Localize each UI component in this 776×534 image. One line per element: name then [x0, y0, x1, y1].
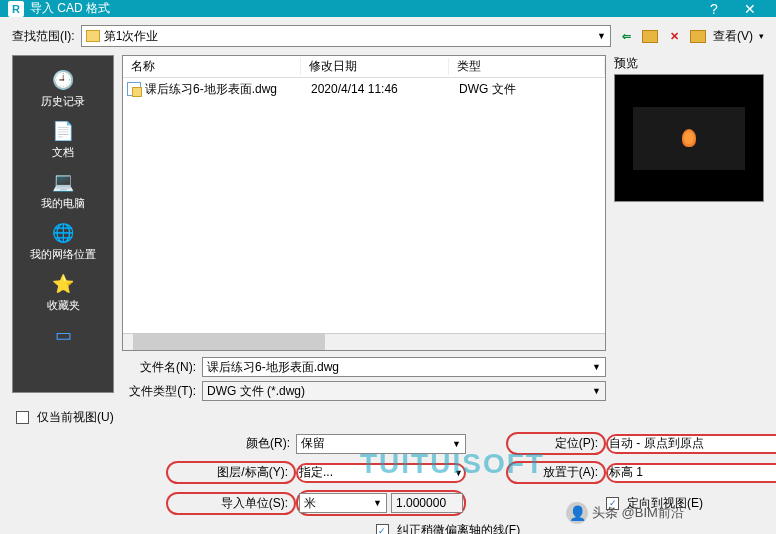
layer-select[interactable]: 指定...▼ [296, 463, 466, 483]
filetype-label: 文件类型(T): [122, 383, 196, 400]
delete-button[interactable]: ✕ [665, 27, 683, 45]
chevron-down-icon: ▼ [592, 386, 601, 396]
places-sidebar: 🕘历史记录 📄文档 💻我的电脑 🌐我的网络位置 ⭐收藏夹 ▭ [12, 55, 114, 393]
file-row[interactable]: 课后练习6-地形表面.dwg 2020/4/14 11:46 DWG 文件 [123, 78, 605, 100]
correct-checkbox[interactable]: ✓ [376, 524, 389, 534]
chevron-down-icon: ▼ [592, 362, 601, 372]
only-current-view-checkbox[interactable] [16, 411, 29, 424]
sidebar-favorites[interactable]: ⭐收藏夹 [13, 268, 113, 317]
history-icon: 🕘 [49, 68, 77, 92]
view-menu[interactable]: 查看(V) [713, 28, 753, 45]
col-date[interactable]: 修改日期 [301, 58, 449, 75]
sidebar-network[interactable]: 🌐我的网络位置 [13, 217, 113, 266]
file-name-cell: 课后练习6-地形表面.dwg [145, 81, 303, 98]
unit-factor: 1.000000 [391, 493, 463, 513]
preview-pane [614, 74, 764, 202]
color-select[interactable]: 保留▼ [296, 434, 466, 454]
col-type[interactable]: 类型 [449, 58, 605, 75]
lookin-label: 查找范围(I): [12, 28, 75, 45]
lookin-value: 第1次作业 [104, 28, 159, 45]
star-icon: ⭐ [49, 272, 77, 296]
sidebar-extra[interactable]: ▭ [13, 319, 113, 353]
placeat-select[interactable]: 标高 1▼ [606, 463, 776, 483]
placement-label: 定位(P): [506, 432, 606, 455]
computer-icon: 💻 [49, 170, 77, 194]
orient-label: 定向到视图(E) [627, 495, 703, 512]
lookin-bar: 查找范围(I): 第1次作业 ▼ ⇐ ✕ 查看(V) ▾ [0, 17, 776, 55]
monitor-icon: ▭ [49, 323, 77, 347]
placeat-label: 放置于(A): [506, 461, 606, 484]
new-folder-button[interactable] [689, 27, 707, 45]
unit-select[interactable]: 米▼ [299, 493, 387, 513]
unit-label: 导入单位(S): [166, 492, 296, 515]
app-icon: R [8, 1, 24, 17]
view-dropdown-icon[interactable]: ▾ [759, 31, 764, 41]
back-button[interactable]: ⇐ [617, 27, 635, 45]
file-list-header: 名称 修改日期 类型 [123, 56, 605, 78]
file-type-cell: DWG 文件 [451, 81, 605, 98]
color-label: 颜色(R): [166, 435, 296, 452]
preview-thumbnail [682, 129, 696, 147]
close-button[interactable]: ✕ [732, 1, 768, 17]
preview-label: 预览 [614, 55, 764, 72]
dwg-file-icon [127, 82, 141, 96]
placement-select[interactable]: 自动 - 原点到原点▼ [606, 434, 776, 454]
lookin-combo[interactable]: 第1次作业 ▼ [81, 25, 611, 47]
filename-combo[interactable]: 课后练习6-地形表面.dwg▼ [202, 357, 606, 377]
file-list: 名称 修改日期 类型 课后练习6-地形表面.dwg 2020/4/14 11:4… [122, 55, 606, 351]
sidebar-history[interactable]: 🕘历史记录 [13, 64, 113, 113]
file-date-cell: 2020/4/14 11:46 [303, 82, 451, 96]
horizontal-scrollbar[interactable] [123, 333, 605, 350]
correct-label: 纠正稍微偏离轴的线(F) [397, 522, 520, 534]
col-name[interactable]: 名称 [123, 58, 301, 75]
document-icon: 📄 [49, 119, 77, 143]
sidebar-mypc[interactable]: 💻我的电脑 [13, 166, 113, 215]
folder-icon [86, 30, 100, 42]
window-title: 导入 CAD 格式 [30, 0, 696, 17]
only-current-view-label: 仅当前视图(U) [37, 409, 114, 426]
help-button[interactable]: ? [696, 1, 732, 17]
orient-checkbox[interactable]: ✓ [606, 497, 619, 510]
up-folder-button[interactable] [641, 27, 659, 45]
titlebar: R 导入 CAD 格式 ? ✕ [0, 0, 776, 17]
layer-label: 图层/标高(Y): [166, 461, 296, 484]
filetype-combo[interactable]: DWG 文件 (*.dwg)▼ [202, 381, 606, 401]
filename-label: 文件名(N): [122, 359, 196, 376]
scrollbar-thumb[interactable] [133, 334, 326, 350]
sidebar-documents[interactable]: 📄文档 [13, 115, 113, 164]
chevron-down-icon: ▼ [597, 31, 606, 41]
network-icon: 🌐 [49, 221, 77, 245]
